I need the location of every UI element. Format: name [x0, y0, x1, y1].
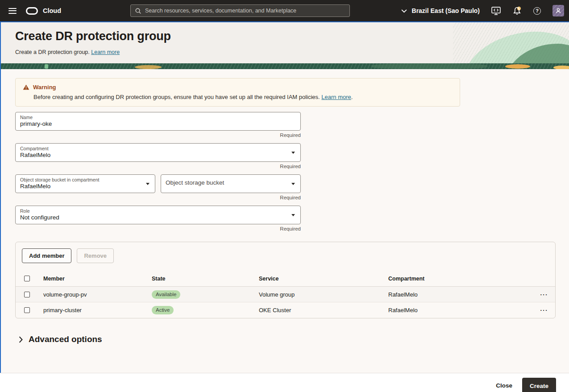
name-field[interactable]: Name primary-oke — [15, 112, 301, 131]
caret-down-icon — [291, 183, 295, 185]
member-compartment: RafaelMelo — [388, 291, 532, 298]
name-field-label: Name — [20, 115, 296, 120]
compartment-required-hint: Required — [15, 164, 301, 169]
caret-down-icon — [291, 214, 295, 216]
advanced-options-toggle[interactable]: Advanced options — [15, 334, 557, 344]
bucket-compartment-select-value: RafaelMelo — [20, 183, 150, 190]
main-region: Create DR protection group Create a DR p… — [0, 21, 569, 373]
member-service: Volume group — [259, 291, 388, 298]
role-select-label: Role — [20, 208, 296, 214]
search-icon — [135, 8, 141, 14]
warning-title: Warning — [33, 84, 56, 91]
form-content: Warning Before creating and configuring … — [1, 69, 569, 344]
row-checkbox[interactable] — [24, 307, 30, 313]
advanced-options-label: Advanced options — [29, 334, 102, 344]
bucket-compartment-select[interactable]: Object storage bucket in compartment Raf… — [15, 174, 155, 193]
global-search[interactable] — [130, 4, 350, 17]
region-label: Brazil East (Sao Paulo) — [412, 7, 480, 14]
members-table: Member State Service Compartment volume-… — [16, 271, 555, 318]
brand-label: Cloud — [43, 7, 61, 14]
select-all-checkbox[interactable] — [24, 276, 30, 281]
bucket-compartment-select-label: Object storage bucket in compartment — [20, 177, 150, 182]
member-name: volume-group-pv — [43, 291, 152, 298]
warning-banner: Warning Before creating and configuring … — [15, 78, 460, 107]
remove-member-button: Remove — [77, 248, 114, 263]
member-name: primary-cluster — [43, 307, 152, 314]
bucket-required-hint: Required — [15, 195, 301, 200]
status-badge: Available — [152, 290, 180, 299]
bucket-select-placeholder: Object storage bucket — [166, 177, 296, 189]
create-button[interactable]: Create — [522, 378, 556, 392]
oracle-logo-icon[interactable] — [26, 7, 38, 15]
table-row: primary-cluster Active OKE Cluster Rafae… — [16, 302, 555, 318]
decorative-artwork — [444, 22, 569, 63]
members-panel: Add member Remove Member State Service C… — [15, 242, 556, 318]
add-member-button[interactable]: Add member — [22, 248, 71, 263]
name-required-hint: Required — [15, 132, 301, 138]
page-subtitle-text: Create a DR protection group. — [15, 49, 90, 55]
topbar-right-cluster: Brazil East (Sao Paulo) ? — [401, 0, 569, 21]
caret-down-icon — [291, 152, 295, 154]
row-actions-menu-icon[interactable]: ··· — [540, 307, 548, 314]
action-footer: Close Create — [0, 373, 569, 392]
column-header-compartment: Compartment — [388, 276, 532, 282]
status-badge: Active — [152, 306, 174, 314]
chevron-right-icon — [19, 336, 23, 343]
table-row: volume-group-pv Available Volume group R… — [16, 287, 555, 302]
row-actions-menu-icon[interactable]: ··· — [540, 291, 548, 298]
compartment-select-value: RafaelMelo — [20, 152, 296, 159]
page-header: Create DR protection group Create a DR p… — [1, 22, 569, 63]
role-select[interactable]: Role Not configured — [15, 206, 301, 224]
column-header-state: State — [152, 276, 259, 282]
column-header-member: Member — [43, 276, 152, 282]
help-icon[interactable]: ? — [533, 7, 541, 15]
warning-message-text: Before creating and configuring DR prote… — [33, 94, 320, 100]
menu-icon[interactable] — [8, 8, 17, 14]
warning-message: Before creating and configuring DR prote… — [23, 94, 453, 100]
top-navigation-bar: Cloud Brazil East (Sao Paulo) — [0, 0, 569, 21]
page-subtitle: Create a DR protection group. Learn more — [15, 49, 120, 55]
role-select-value: Not configured — [20, 214, 296, 221]
compartment-select[interactable]: Compartment RafaelMelo — [15, 143, 301, 162]
warning-suffix: . — [351, 94, 353, 100]
warning-learn-more-link[interactable]: Learn more — [321, 94, 351, 100]
chevron-down-icon — [401, 9, 407, 13]
role-required-hint: Required — [15, 226, 301, 231]
member-service: OKE Cluster — [259, 307, 388, 314]
help-glyph: ? — [536, 8, 539, 13]
column-header-service: Service — [259, 276, 388, 282]
member-compartment: RafaelMelo — [388, 307, 532, 314]
compartment-select-label: Compartment — [20, 146, 296, 151]
page-title: Create DR protection group — [15, 29, 171, 43]
close-button[interactable]: Close — [487, 378, 521, 392]
caret-down-icon — [146, 183, 150, 185]
bucket-field-row: Object storage bucket in compartment Raf… — [15, 174, 557, 193]
warning-triangle-icon — [23, 84, 29, 90]
search-input[interactable] — [145, 8, 345, 14]
bucket-select[interactable]: Object storage bucket — [161, 174, 301, 193]
decorative-banner-strip — [1, 63, 569, 69]
notifications-bell-icon[interactable] — [512, 6, 522, 16]
person-icon — [554, 6, 563, 15]
name-field-value: primary-oke — [20, 120, 296, 128]
row-checkbox[interactable] — [24, 292, 30, 297]
members-table-header: Member State Service Compartment — [16, 271, 555, 287]
region-selector[interactable]: Brazil East (Sao Paulo) — [401, 7, 480, 14]
cloud-shell-icon[interactable] — [491, 7, 501, 15]
header-learn-more-link[interactable]: Learn more — [91, 49, 120, 55]
user-avatar[interactable] — [552, 5, 564, 17]
